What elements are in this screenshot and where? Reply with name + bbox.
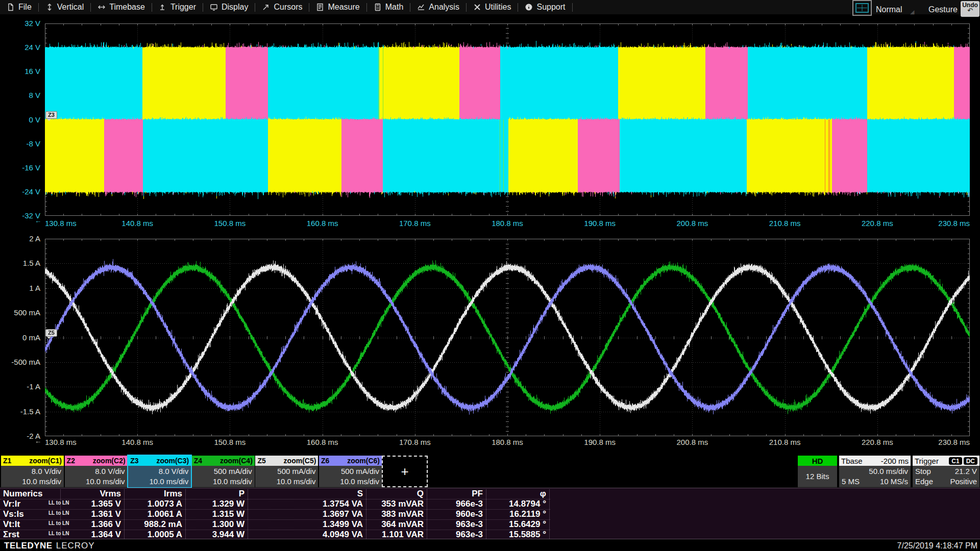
cursor-arrow-icon: [262, 3, 270, 11]
channel-box-z6[interactable]: Z6zoom(C6)500 mA/div10.0 ms/div: [319, 456, 382, 487]
voltage-axis-label: -16 V: [0, 163, 40, 172]
trigger-source-badge: C1: [949, 457, 962, 465]
channel-header: Z1zoom(C1): [1, 456, 64, 466]
menu-bar: FileVerticalTimebaseTriggerDisplayCursor…: [0, 0, 980, 14]
file-icon: [7, 3, 15, 11]
measure-doc-icon: [316, 3, 324, 11]
menu-item-file[interactable]: File: [0, 0, 38, 14]
tools-icon: [473, 3, 481, 11]
offset-arrow-top: ←: [35, 217, 41, 224]
voltage-axis-label: 8 V: [0, 91, 40, 100]
channel-timebase: 10.0 ms/div: [65, 476, 128, 486]
channel-box-z5[interactable]: Z5zoom(C5)500 mA/div10.0 ms/div: [255, 456, 318, 487]
menu-item-math[interactable]: Math: [367, 0, 410, 14]
channel-header: Z3zoom(C3): [128, 456, 191, 466]
menu-item-cursors[interactable]: Cursors: [255, 0, 309, 14]
vertical-arrows-icon: [45, 3, 54, 11]
voltage-axis-label: 16 V: [0, 67, 40, 76]
tbase-offset: -200 ms: [881, 457, 909, 465]
trigger-descriptor-box[interactable]: Trigger C1 DC Stop 21.2 V Edge Positive: [913, 456, 979, 487]
channel-box-z3[interactable]: Z3zoom(C3)8.0 V/div10.0 ms/div: [128, 456, 191, 487]
voltage-grid[interactable]: [45, 23, 970, 216]
z5-zero-marker[interactable]: Z5: [45, 329, 57, 337]
trigger-coupling-badge: DC: [964, 457, 977, 465]
voltage-axis-label: 0 V: [0, 115, 40, 124]
time-axis-label: 140.8 ms: [114, 438, 160, 447]
tbase-label: Tbase: [841, 457, 863, 465]
time-axis-label: 150.8 ms: [207, 438, 253, 447]
menu-item-timebase[interactable]: Timebase: [91, 0, 152, 14]
time-axis-label: 130.8 ms: [45, 219, 77, 228]
numerics-value: 1.315 W: [171, 509, 244, 519]
hd-bits: 12 Bits: [798, 471, 837, 481]
numerics-value: 960e-3: [409, 509, 483, 519]
time-axis-label: 220.8 ms: [854, 219, 900, 228]
current-axis-label: 0 mA: [0, 333, 40, 342]
menu-item-analysis[interactable]: Analysis: [410, 0, 466, 14]
numerics-column-header: φ: [493, 489, 546, 499]
z3-zero-marker[interactable]: Z3: [45, 111, 57, 119]
numerics-column-header: Irms: [129, 489, 182, 499]
hd-descriptor-box[interactable]: HD 12 Bits: [798, 456, 837, 487]
numerics-table[interactable]: NumericsVrmsIrmsPSQPFφVr:IrLL to LN1.365…: [0, 488, 980, 539]
current-axis-label: -1 A: [0, 382, 40, 391]
info-icon: [525, 3, 533, 11]
channel-scale: 500 mA/div: [255, 466, 318, 476]
numerics-column-header: Q: [371, 489, 424, 499]
menu-item-display[interactable]: Display: [203, 0, 255, 14]
numerics-column-separator: [549, 489, 550, 539]
numerics-value: 966e-3: [409, 499, 483, 509]
trigger-slope: Positive: [950, 476, 977, 486]
current-axis-label: 500 mA: [0, 308, 40, 317]
numerics-column-header: P: [191, 489, 244, 499]
channel-box-z1[interactable]: Z1zoom(C1)8.0 V/div10.0 ms/div: [1, 456, 64, 487]
channel-timebase: 10.0 ms/div: [1, 476, 64, 486]
menu-item-trigger[interactable]: Trigger: [152, 0, 203, 14]
hd-header: HD: [798, 456, 837, 466]
time-axis-label: 190.8 ms: [577, 219, 623, 228]
channel-timebase: 10.0 ms/div: [192, 476, 255, 486]
current-axis-label: -1.5 A: [0, 407, 40, 416]
trigger-edge-icon: [159, 3, 167, 11]
numerics-column-header: PF: [430, 489, 483, 499]
time-axis-label: 160.8 ms: [300, 219, 346, 228]
time-axis-label: 140.8 ms: [114, 219, 160, 228]
time-axis-label: 230.8 ms: [929, 438, 970, 447]
tbase-rate: 10 MS/s: [880, 476, 908, 486]
horizontal-arrows-icon: [97, 3, 106, 11]
footer-bar: TELEDYNELECROY 7/25/2019 4:18:47 PM: [0, 540, 980, 551]
numerics-value: 15.5885 °: [473, 530, 546, 540]
channel-header: Z2zoom(C2): [65, 456, 128, 466]
channel-timebase: 10.0 ms/div: [128, 476, 191, 486]
timebase-descriptor-box[interactable]: Tbase -200 ms 50.0 ms/div 5 MS 10 MS/s: [839, 456, 911, 487]
numerics-value: 15.6429 °: [473, 519, 546, 530]
numerics-row-label: Vs:Is: [3, 509, 24, 519]
numerics-value: 3.944 W: [171, 530, 244, 540]
time-axis-label: 230.8 ms: [929, 219, 970, 228]
numerics-value: 16.2119 °: [473, 509, 546, 519]
time-axis-label: 130.8 ms: [45, 438, 77, 447]
numerics-value: 963e-3: [409, 519, 483, 530]
numerics-column-header: S: [310, 489, 363, 499]
menu-item-support[interactable]: Support: [518, 0, 572, 14]
numerics-value: 14.8794 °: [473, 499, 546, 509]
menu-item-measure[interactable]: Measure: [309, 0, 366, 14]
menu-item-vertical[interactable]: Vertical: [39, 0, 90, 14]
channel-box-z2[interactable]: Z2zoom(C2)8.0 V/div10.0 ms/div: [65, 456, 128, 487]
channel-scale: 8.0 V/div: [128, 466, 191, 476]
add-trace-button[interactable]: +: [382, 456, 428, 487]
time-axis-label: 180.8 ms: [484, 438, 530, 447]
channel-scale: 500 mA/div: [192, 466, 255, 476]
voltage-waveform-canvas: [45, 23, 970, 216]
time-axis-label: 210.8 ms: [762, 438, 808, 447]
trigger-level: 21.2 V: [955, 466, 977, 476]
numerics-title: Numerics: [3, 489, 42, 499]
channel-header: Z4zoom(C4): [192, 456, 255, 466]
time-axis-label: 210.8 ms: [762, 219, 808, 228]
channel-box-z4[interactable]: Z4zoom(C4)500 mA/div10.0 ms/div: [192, 456, 255, 487]
time-axis-label: 160.8 ms: [300, 438, 346, 447]
menu-item-utilities[interactable]: Utilities: [467, 0, 518, 14]
numerics-column-separator: [248, 489, 248, 539]
current-grid[interactable]: [45, 239, 970, 436]
voltage-axis-label: 24 V: [0, 43, 40, 52]
